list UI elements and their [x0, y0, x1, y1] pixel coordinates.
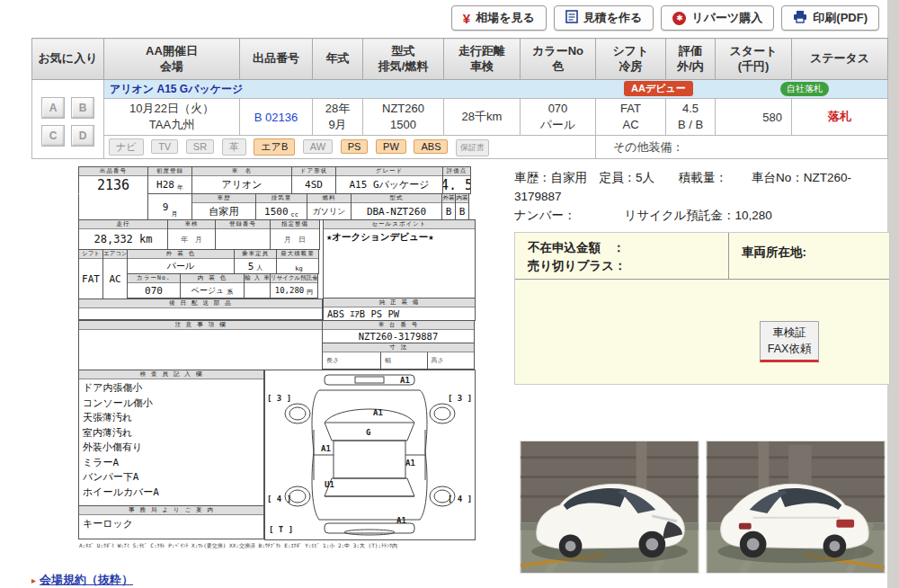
grade-legend: A:ｷｽﾞ U:ｸﾎﾞﾐ W:ﾅﾐ S:ｻﾋﾞ C:ｸｻﾚ P:ﾍﾟｲﾝﾄ X:… [79, 542, 476, 550]
inspector-notes: ドア内張傷小 コンソール傷小 天張薄汚れ 室内薄汚れ 外装小傷有り ミラーA バ… [79, 379, 263, 505]
sheet-chassis-no: NZT260-3179887 [323, 330, 474, 343]
sheet-int-color: ベージュ系 [181, 283, 244, 298]
reparts-button[interactable]: ✱ リパーツ購入 [661, 5, 774, 31]
favorite-button-a[interactable]: A [41, 97, 65, 119]
tag-navi: ナビ [109, 138, 144, 156]
bullet-icon: ▸ [31, 575, 36, 585]
shaken-fax-request-button[interactable]: 車検証 FAX依頼 [760, 321, 819, 362]
col-year: 年式 [313, 39, 363, 80]
vehicle-photo-rear[interactable] [706, 441, 886, 574]
self-win-badge: 自社落札 [780, 82, 829, 96]
sheet-ext-grade: B [442, 203, 455, 219]
sheet-aircon: AC [103, 259, 127, 298]
col-grade: 評価外/内 [666, 39, 716, 80]
sheet-color-no: 070 [128, 283, 180, 298]
absentee-amount-labels: 不在申込金額 ： 売り切りプラス： [515, 233, 728, 279]
document-icon [565, 10, 578, 26]
tag-tv: TV [151, 139, 178, 154]
favorite-button-c[interactable]: C [41, 125, 65, 147]
sheet-history: 自家用 [192, 203, 255, 219]
tag-airbag: エアB [254, 138, 295, 156]
venue-rules-link[interactable]: 会場規約（抜粋） [40, 573, 133, 586]
tag-ps: PS [341, 139, 369, 154]
vehicle-photo-front[interactable] [520, 441, 699, 574]
sheet-door: 4SD [292, 176, 335, 193]
aa-debut-badge: AAデビュー [624, 81, 693, 96]
reparts-icon: ✱ [672, 12, 686, 25]
estimate-button[interactable]: 見積を作る [554, 5, 654, 31]
reparts-label: リパーツ購入 [691, 10, 762, 26]
car-top-view-outline [265, 370, 475, 539]
sheet-first-reg-year: H28年 [148, 176, 191, 193]
sheet-displacement: 1500cc [256, 203, 307, 219]
vehicle-name-row: アリオン A15 Gパッケージ AAデビュー 自社落札 [104, 80, 888, 99]
cell-grade: 4.5B / B [666, 99, 716, 136]
favorite-button-b[interactable]: B [71, 97, 94, 119]
sheet-shift: FAT [79, 259, 102, 298]
printer-icon [793, 10, 807, 26]
venue-rules: ▸会場規約（抜粋） [31, 572, 133, 588]
cell-model: NZT2601500 [363, 99, 444, 136]
sheet-model-code: DBA-NZT260 [352, 203, 441, 219]
cell-color: 070パール [521, 99, 596, 136]
sheet-score: 4. 5 [443, 176, 470, 193]
sheet-recycle: 10,280円 [271, 283, 317, 298]
damage-diagram: A1 [ 3 ] [ 3 ] A1 G A1 A1 U1 [ 4 ] [ 4 ]… [264, 370, 476, 540]
col-start: スタート(千円) [716, 39, 792, 80]
col-status: ステータス [792, 39, 888, 80]
sheet-fuel: ガソリン [307, 203, 351, 219]
auction-results-table: お気に入り AA開催日会場 出品番号 年式 型式排気/燃料 走行距離車検 カラー… [31, 38, 888, 159]
info-line-1: 車歴：自家用 定員：5人 積載量： 車台No：NZT260-3179887 [514, 169, 890, 207]
sheet-oem-equipment: ABS ｴｱB PS PW [324, 307, 475, 320]
col-favorite: お気に入り [32, 39, 104, 80]
favorite-button-d[interactable]: D [71, 125, 94, 147]
tag-leather: 革 [222, 138, 246, 156]
office-note: キーロック [79, 515, 263, 539]
sheet-ext-color: パール [128, 259, 234, 273]
estimate-label: 見積を作る [583, 10, 643, 26]
cell-lot-number: B 02136 [240, 99, 313, 136]
tag-abs: ABS [414, 139, 448, 154]
cell-date-venue: 10月22日（火）TAA九州 [104, 99, 240, 136]
favorite-cell: A B C D [32, 80, 104, 159]
sheet-sales-point: ★オークションデビュー★ [324, 229, 475, 298]
sheet-grade: A15 Gパッケージ [336, 176, 442, 193]
cell-status: 落札 [792, 99, 888, 136]
auction-sheet: 出品番号2136 初度登録H28年 車 名アリオン ドア形状4SD グレードA1… [79, 167, 476, 550]
print-button[interactable]: 印刷(PDF) [781, 5, 879, 31]
sheet-first-reg-month: 9月 [148, 194, 191, 219]
tag-aw: AW [303, 139, 333, 154]
cell-start-price: 580 [716, 99, 792, 136]
vehicle-info-panel: 車歴：自家用 定員：5人 積載量： 車台No：NZT260-3179887 ナン… [514, 169, 890, 226]
cell-mileage: 28千km [444, 99, 521, 136]
cell-shift: FATAC [596, 99, 666, 136]
yen-icon: ¥ [463, 11, 470, 26]
sheet-mileage: 28,332 km [79, 229, 167, 249]
col-color: カラーNo色 [521, 39, 596, 80]
tag-sr: SR [186, 139, 214, 154]
equipment-tags: ナビ TV SR 革 エアB AW PS PW ABS 保証書 [104, 136, 596, 159]
col-shift: シフト冷房 [596, 39, 666, 80]
sheet-int-grade: B [456, 203, 468, 219]
sheet-capacity: 5人 [235, 259, 276, 273]
tag-warranty: 保証書 [456, 139, 489, 156]
vehicle-location-label: 車両所在地: [728, 233, 889, 279]
col-date-venue: AA開催日会場 [104, 39, 240, 80]
vehicle-title-link[interactable]: アリオン A15 Gパッケージ [104, 83, 243, 95]
col-lot: 出品番号 [240, 39, 313, 80]
toolbar: ¥ 相場を見る 見積を作る ✱ リパーツ購入 印刷(PDF) [451, 5, 879, 31]
col-model: 型式排気/燃料 [363, 39, 444, 80]
sheet-lot-no: 2136 [79, 176, 147, 193]
market-price-button[interactable]: ¥ 相場を見る [451, 5, 547, 31]
other-equipment: その他装備： [596, 136, 888, 159]
tag-pw: PW [376, 139, 406, 154]
cell-year: 28年9月 [313, 99, 363, 136]
sheet-inspection: 年 月 [168, 229, 215, 249]
info-line-2: ナンバー： リサイクル預託金：10,280 [514, 207, 890, 226]
col-mileage: 走行距離車検 [444, 39, 521, 80]
sheet-car-name: アリオン [192, 176, 291, 193]
print-label: 印刷(PDF) [813, 10, 868, 26]
absentee-bid-box: 不在申込金額 ： 売り切りプラス： 車両所在地: 車検証 FAX依頼 [514, 232, 890, 385]
market-price-label: 相場を見る [476, 10, 535, 26]
sheet-maint: 月 日 [271, 229, 319, 249]
